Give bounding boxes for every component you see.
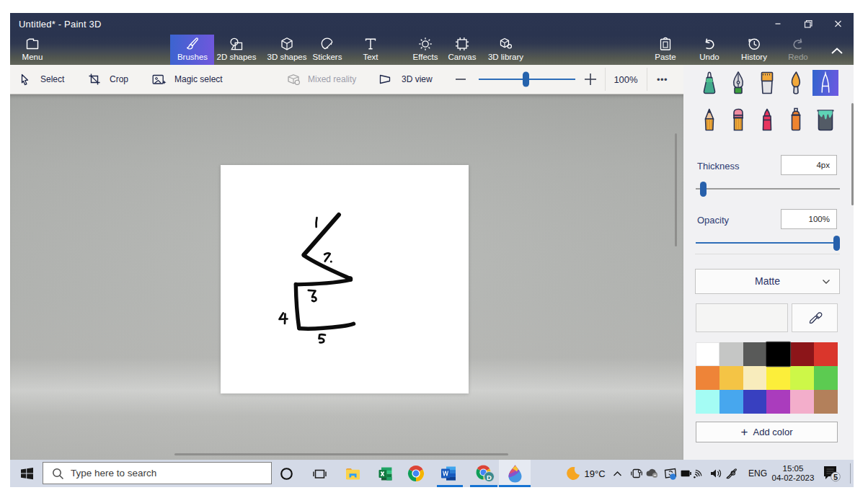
svg-text:5: 5 bbox=[833, 473, 838, 481]
svg-text:D: D bbox=[487, 473, 492, 481]
